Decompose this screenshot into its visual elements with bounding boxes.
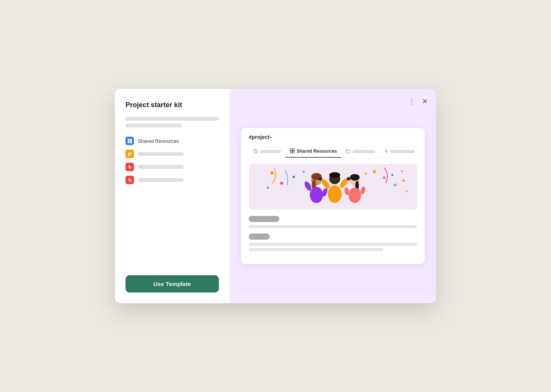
content-line-2a xyxy=(249,243,417,246)
channel-name-shared: Shared Resources xyxy=(138,138,179,144)
channel-icon-blue xyxy=(126,137,134,145)
content-block-2 xyxy=(249,234,417,251)
list-item xyxy=(126,163,219,171)
svg-point-37 xyxy=(310,187,323,203)
svg-rect-3 xyxy=(130,141,132,143)
skeleton-line-1 xyxy=(126,117,219,121)
tab-item-1[interactable] xyxy=(249,146,285,157)
svg-point-28 xyxy=(394,183,397,186)
channel-icon-red-1 xyxy=(126,163,134,171)
svg-point-26 xyxy=(280,182,283,185)
right-panel: ⋮ ✕ #project- xyxy=(230,89,436,303)
channel-icon-orange xyxy=(126,150,134,158)
bolt-icon-1 xyxy=(128,165,132,170)
svg-rect-24 xyxy=(391,174,393,176)
preview-card: #project- xyxy=(241,128,425,264)
svg-rect-22 xyxy=(293,176,295,178)
svg-marker-19 xyxy=(385,149,388,154)
svg-point-27 xyxy=(383,176,385,179)
svg-rect-2 xyxy=(128,141,130,143)
svg-rect-21 xyxy=(271,172,274,175)
svg-rect-16 xyxy=(346,149,350,153)
svg-line-11 xyxy=(256,151,257,152)
svg-text:★: ★ xyxy=(401,170,403,173)
svg-rect-12 xyxy=(290,149,292,151)
list-item xyxy=(126,150,219,158)
svg-text:★: ★ xyxy=(302,170,305,174)
svg-point-50 xyxy=(349,188,361,203)
svg-point-41 xyxy=(329,172,340,178)
tab-skeleton-4 xyxy=(390,150,415,153)
svg-rect-1 xyxy=(130,139,132,141)
list-item: Shared Resources xyxy=(126,137,219,145)
task-icon xyxy=(127,152,132,157)
tab-icon-bolt xyxy=(385,149,388,154)
template-title: Project starter kit xyxy=(126,101,219,109)
skeleton-line-2 xyxy=(126,124,181,127)
tab-item-4[interactable] xyxy=(380,146,419,157)
spacer xyxy=(126,184,219,275)
modal-controls: ⋮ ✕ xyxy=(407,96,429,107)
tab-shared-resources-label: Shared Resources xyxy=(297,149,337,154)
tab-icon-3 xyxy=(346,149,350,154)
channel-label-skeleton-2 xyxy=(138,152,184,156)
content-line-1a xyxy=(249,225,417,228)
bolt-icon-2 xyxy=(128,178,132,183)
left-panel: Project starter kit Shared Resources xyxy=(115,89,230,303)
celebration-illustration: ★ ★ ★ xyxy=(249,164,417,210)
tab-skeleton-3 xyxy=(352,150,375,153)
content-tag-1 xyxy=(249,216,279,222)
content-block-1 xyxy=(249,216,417,228)
celebration-image: ★ ★ ★ xyxy=(249,164,417,210)
channel-title: #project- xyxy=(249,134,417,140)
svg-marker-7 xyxy=(128,165,132,170)
content-tag-2 xyxy=(249,234,270,240)
tab-item-3[interactable] xyxy=(341,146,380,157)
channel-icon-red-2 xyxy=(126,176,134,184)
svg-point-48 xyxy=(350,174,360,181)
use-template-button[interactable]: Use Template xyxy=(126,275,219,292)
svg-text:★: ★ xyxy=(364,171,368,176)
card-header: #project- xyxy=(241,128,425,158)
channel-label-skeleton-3 xyxy=(138,165,184,169)
tabs-row: Shared Resources xyxy=(249,145,417,158)
more-options-button[interactable]: ⋮ xyxy=(407,96,417,107)
svg-point-46 xyxy=(347,177,350,181)
list-item xyxy=(126,176,219,184)
shared-resources-icon xyxy=(127,139,132,144)
svg-rect-15 xyxy=(293,151,295,153)
tab-icon-1 xyxy=(253,149,258,154)
tab-icon-shared xyxy=(290,149,295,154)
card-body: ★ ★ ★ xyxy=(241,158,425,264)
svg-rect-5 xyxy=(128,154,131,155)
tab-skeleton-1 xyxy=(260,150,281,153)
svg-point-42 xyxy=(328,185,342,203)
svg-rect-13 xyxy=(293,149,295,151)
svg-rect-14 xyxy=(290,151,292,153)
channel-list: Shared Resources xyxy=(126,137,219,184)
close-button[interactable]: ✕ xyxy=(421,96,429,107)
content-line-2b xyxy=(249,248,383,251)
svg-rect-23 xyxy=(373,170,376,173)
svg-marker-8 xyxy=(128,178,132,183)
channel-label-skeleton-4 xyxy=(138,178,184,182)
tab-shared-resources[interactable]: Shared Resources xyxy=(285,145,341,158)
svg-rect-0 xyxy=(128,139,130,141)
svg-rect-6 xyxy=(128,155,130,156)
modal-container: Project starter kit Shared Resources xyxy=(115,89,436,303)
svg-rect-4 xyxy=(128,153,132,154)
description-skeletons xyxy=(126,117,219,127)
svg-point-45 xyxy=(319,177,323,181)
